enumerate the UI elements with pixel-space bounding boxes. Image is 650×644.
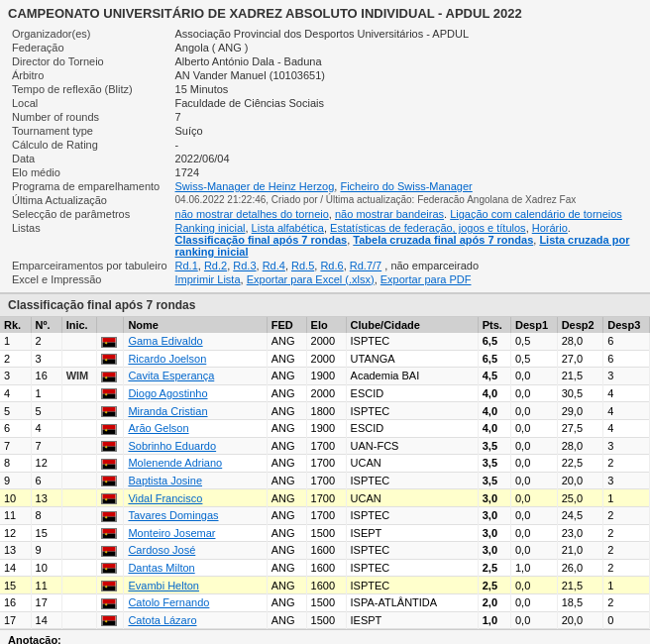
cell-elo: 1700 bbox=[306, 506, 346, 524]
cell-desp3: 2 bbox=[603, 524, 650, 542]
cell-elo: 1700 bbox=[306, 455, 346, 473]
excel-print-link[interactable]: Imprimir Lista bbox=[175, 273, 241, 285]
cell-elo: 1900 bbox=[306, 419, 346, 437]
results-section: Classificação final após 7 rondas Rk. Nº… bbox=[0, 293, 650, 629]
params-link-flags[interactable]: não mostrar bandeiras bbox=[335, 208, 444, 220]
svg-text:✦: ✦ bbox=[104, 567, 108, 572]
svg-text:✦: ✦ bbox=[104, 549, 108, 554]
svg-text:✦: ✦ bbox=[104, 340, 108, 345]
params-label: Selecção de parâmetros bbox=[8, 207, 171, 221]
cell-flag: ✦ bbox=[96, 384, 124, 402]
list-link-ranking[interactable]: Ranking inicial bbox=[175, 222, 246, 234]
pairing-rd7[interactable]: Rd.7/7 bbox=[350, 260, 381, 271]
cell-no: 3 bbox=[31, 350, 61, 368]
program-value: Swiss-Manager de Heinz Herzog, Ficheiro … bbox=[171, 179, 642, 193]
excel-export-link[interactable]: Exportar para Excel (.xlsx) bbox=[247, 273, 375, 285]
cell-pts: 3,5 bbox=[478, 472, 510, 489]
cell-rk: 14 bbox=[0, 559, 31, 577]
pairing-links: Rd.1, Rd.2, Rd.3, Rd.4, Rd.5, Rd.6, Rd.7… bbox=[175, 260, 480, 271]
cell-fed: ANG bbox=[267, 611, 306, 629]
cell-desp1: 0,0 bbox=[510, 489, 557, 507]
cell-desp2: 18,5 bbox=[557, 593, 603, 611]
rounds-value: 7 bbox=[171, 110, 642, 124]
cell-no: 9 bbox=[31, 542, 61, 560]
list-link-cross[interactable]: Tabela cruzada final após 7 rondas bbox=[353, 234, 533, 246]
cell-elo: 2000 bbox=[306, 350, 346, 368]
cell-fed: ANG bbox=[267, 419, 306, 437]
pairing-rd6[interactable]: Rd.6 bbox=[320, 260, 343, 271]
cell-elo: 1500 bbox=[306, 524, 346, 542]
table-row: 64 ✦ Arão GelsonANG1900ESCID4,00,027,54 bbox=[0, 419, 650, 437]
pairing-rd3[interactable]: Rd.3 bbox=[233, 260, 256, 271]
params-link-details[interactable]: não mostrar detalhes do torneio bbox=[175, 208, 329, 220]
cell-fed: ANG bbox=[267, 350, 306, 368]
cell-desp1: 0,0 bbox=[510, 437, 557, 455]
pairing-rd1[interactable]: Rd.1 bbox=[175, 260, 198, 271]
cell-elo: 1500 bbox=[306, 611, 346, 629]
cell-name: Gama Edivaldo bbox=[124, 333, 267, 350]
lists-label: Listas bbox=[8, 221, 171, 259]
results-section-title: Classificação final após 7 rondas bbox=[0, 293, 650, 317]
cell-desp1: 0,0 bbox=[510, 472, 557, 489]
header-pts: Pts. bbox=[478, 317, 510, 333]
header-inic: Inic. bbox=[61, 317, 96, 333]
list-link-stats[interactable]: Estatísticas de federação, jogos e títul… bbox=[330, 222, 526, 234]
cell-desp3: 2 bbox=[603, 506, 650, 524]
cell-rk: 2 bbox=[0, 350, 31, 368]
cell-no: 17 bbox=[31, 593, 61, 611]
pairing-rd5[interactable]: Rd.5 bbox=[291, 260, 314, 271]
cell-name: Sobrinho Eduardo bbox=[124, 437, 267, 455]
cell-elo: 2000 bbox=[306, 384, 346, 402]
cell-desp2: 24,5 bbox=[557, 506, 603, 524]
cell-no: 2 bbox=[31, 333, 61, 350]
cell-name: Miranda Cristian bbox=[124, 402, 267, 420]
svg-text:✦: ✦ bbox=[104, 427, 108, 432]
cell-name: Catota Lázaro bbox=[124, 611, 267, 629]
cell-desp3: 2 bbox=[603, 593, 650, 611]
cell-elo: 1600 bbox=[306, 559, 346, 577]
cell-elo: 1700 bbox=[306, 489, 346, 507]
swiss-file-link[interactable]: Ficheiro do Swiss-Manager bbox=[340, 180, 472, 192]
table-row: 77 ✦ Sobrinho EduardoANG1700UAN-FCS3,50,… bbox=[0, 437, 650, 455]
list-link-schedule[interactable]: Horário bbox=[532, 222, 568, 234]
cell-desp1: 0,0 bbox=[510, 524, 557, 542]
header-desp3: Desp3 bbox=[603, 317, 650, 333]
pairing-rd4[interactable]: Rd.4 bbox=[263, 260, 285, 271]
swiss-manager-link[interactable]: Swiss-Manager de Heinz Herzog bbox=[175, 180, 335, 192]
cell-no: 8 bbox=[31, 506, 61, 524]
excel-pdf-link[interactable]: Exportar para PDF bbox=[380, 273, 472, 285]
cell-desp1: 0,0 bbox=[510, 611, 557, 629]
cell-fed: ANG bbox=[267, 455, 306, 473]
notes-section: Anotação: Desempate 1: Direct Encounter … bbox=[0, 629, 650, 644]
cell-rk: 8 bbox=[0, 455, 31, 473]
cell-elo: 1600 bbox=[306, 577, 346, 594]
cell-flag: ✦ bbox=[96, 506, 124, 524]
cell-desp2: 21,5 bbox=[557, 368, 603, 385]
cell-rk: 15 bbox=[0, 577, 31, 594]
lists-value: Ranking inicial, Lista alfabética, Estat… bbox=[171, 221, 642, 259]
svg-text:✦: ✦ bbox=[104, 375, 108, 379]
cell-badge bbox=[61, 437, 96, 455]
cell-desp2: 30,5 bbox=[557, 384, 603, 402]
cell-elo: 1600 bbox=[306, 542, 346, 560]
table-row: 55 ✦ Miranda CristianANG1800ISPTEC4,00,0… bbox=[0, 402, 650, 420]
list-link-alpha[interactable]: Lista alfabética bbox=[252, 222, 324, 234]
cell-flag: ✦ bbox=[96, 559, 124, 577]
cell-desp2: 27,0 bbox=[557, 350, 603, 368]
list-link-final[interactable]: Classificação final após 7 rondas bbox=[175, 234, 348, 246]
cell-badge bbox=[61, 333, 96, 350]
cell-badge bbox=[61, 506, 96, 524]
svg-text:✦: ✦ bbox=[104, 480, 108, 484]
elo-value: 1724 bbox=[171, 165, 642, 179]
cell-pts: 6,5 bbox=[478, 333, 510, 350]
cell-name: Arão Gelson bbox=[124, 419, 267, 437]
info-table: Organizador(es) Associação Provincial do… bbox=[8, 27, 642, 286]
rounds-label: Number of rounds bbox=[8, 110, 171, 124]
pairing-rd2[interactable]: Rd.2 bbox=[204, 260, 227, 271]
cell-desp3: 6 bbox=[603, 350, 650, 368]
params-link-calendar[interactable]: Ligação com calendário de torneios bbox=[450, 208, 622, 220]
info-row-federation: Federação Angola ( ANG ) bbox=[8, 41, 642, 54]
cell-name: Evambi Helton bbox=[124, 577, 267, 594]
cell-rk: 11 bbox=[0, 506, 31, 524]
cell-name: Monteiro Josemar bbox=[124, 524, 267, 542]
